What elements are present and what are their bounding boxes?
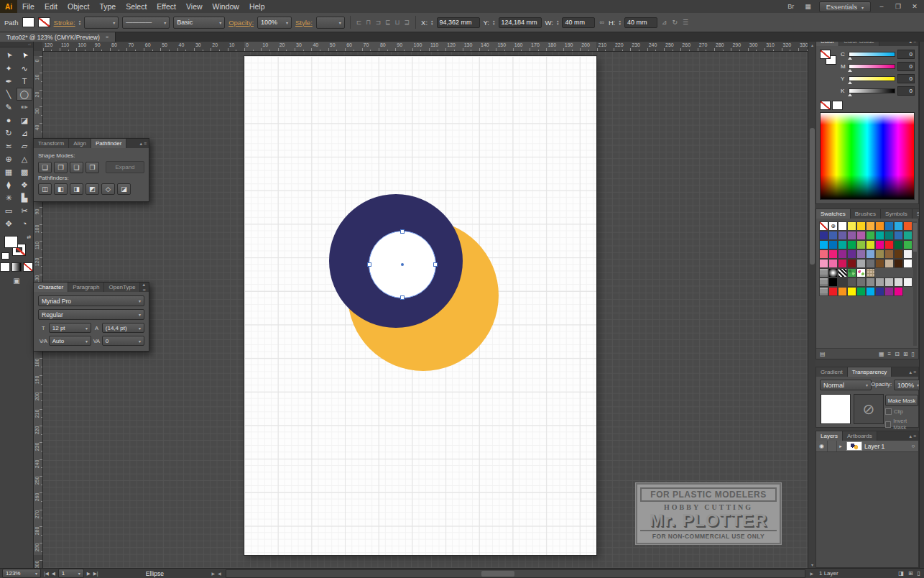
perspective-grid-tool[interactable]: △ xyxy=(17,152,32,165)
mesh-tool[interactable]: ▦ xyxy=(1,165,17,178)
workspace-switcher[interactable]: Essentials xyxy=(819,1,871,12)
swatch-color[interactable] xyxy=(866,249,875,259)
color-group-folder[interactable] xyxy=(819,277,828,287)
stroke-weight-dropdown[interactable] xyxy=(84,17,119,29)
swatch-color[interactable] xyxy=(828,287,838,296)
swatch-color[interactable] xyxy=(856,221,866,231)
swatch-color[interactable] xyxy=(875,259,884,268)
scroll-right-icon[interactable]: ▶ xyxy=(810,571,813,576)
pencil-tool[interactable]: ✏ xyxy=(17,101,32,114)
menu-object[interactable]: Object xyxy=(63,0,94,13)
visibility-eye-icon[interactable]: ◉ xyxy=(816,441,828,451)
swatch-color[interactable] xyxy=(856,231,866,240)
outline-button[interactable]: ◇ xyxy=(101,183,115,195)
column-graph-tool[interactable]: ▙ xyxy=(17,191,32,204)
swatch-color[interactable] xyxy=(838,221,847,231)
channel-slider-k[interactable] xyxy=(849,88,895,93)
brush-definition-dropdown[interactable]: Basic xyxy=(173,17,225,29)
swatch-color[interactable] xyxy=(866,240,875,249)
width-tool[interactable]: ≍ xyxy=(1,139,17,152)
ruler-origin-corner[interactable] xyxy=(33,42,43,52)
channel-value-y[interactable]: 0 xyxy=(897,74,915,83)
tab-swatches[interactable]: Swatches xyxy=(816,209,851,219)
swatch-color[interactable] xyxy=(838,259,847,268)
swatch-color[interactable] xyxy=(838,231,847,240)
blob-brush-tool[interactable]: ● xyxy=(1,114,17,127)
align-vertical-bottom-icon[interactable]: ⊒ xyxy=(404,19,411,26)
w-field[interactable]: 40 mm xyxy=(562,17,595,28)
color-spectrum[interactable] xyxy=(820,112,915,200)
gradient-tool[interactable]: ▩ xyxy=(17,165,32,178)
swatch-color[interactable] xyxy=(838,249,847,259)
opacity-dropdown[interactable]: 100% xyxy=(257,17,292,29)
swatch-color[interactable] xyxy=(866,231,875,240)
swatch-color[interactable] xyxy=(847,240,856,249)
menu-edit[interactable]: Edit xyxy=(40,0,63,13)
zoom-level-dropdown[interactable]: 123% xyxy=(2,569,41,578)
tab-layers[interactable]: Layers xyxy=(816,431,843,441)
swatch-color[interactable] xyxy=(903,259,913,268)
align-horizontal-left-icon[interactable]: ⊏ xyxy=(356,19,363,26)
eyedropper-tool[interactable]: ⧫ xyxy=(1,178,17,191)
swatch-color[interactable] xyxy=(894,259,903,268)
swatch-color[interactable] xyxy=(903,221,913,231)
swatch-color[interactable] xyxy=(847,231,856,240)
next-artboard-button[interactable]: ▶ xyxy=(87,571,91,577)
swatch-color[interactable] xyxy=(894,221,903,231)
swatch-color[interactable] xyxy=(828,249,838,259)
eraser-tool[interactable]: ◪ xyxy=(17,114,32,127)
rotate-icon[interactable]: ↻ xyxy=(671,19,678,26)
swatch-color[interactable] xyxy=(847,221,856,231)
delete-swatch-icon[interactable]: ▯ xyxy=(912,351,915,357)
expand-button[interactable]: Expand xyxy=(106,161,144,173)
h-stepper[interactable] xyxy=(619,19,621,25)
swatch-color[interactable] xyxy=(894,240,903,249)
clip-checkbox-row[interactable]: Clip xyxy=(885,408,903,415)
minus-back-button[interactable]: ◪ xyxy=(117,183,131,195)
stroke-link[interactable]: Stroke: xyxy=(54,19,75,27)
swatch-color[interactable] xyxy=(838,240,847,249)
anchor-point-right[interactable] xyxy=(433,262,438,267)
clip-checkbox[interactable] xyxy=(885,408,892,415)
menu-window[interactable]: Window xyxy=(208,0,244,13)
invert-mask-checkbox-row[interactable]: Invert Mask xyxy=(885,418,918,431)
paintbrush-tool[interactable]: ✎ xyxy=(1,101,17,114)
channel-value-k[interactable]: 0 xyxy=(897,86,915,96)
swatch-color[interactable] xyxy=(894,231,903,240)
swap-fill-stroke-icon[interactable]: ⇄ xyxy=(27,234,31,240)
tab-gradient[interactable]: Gradient xyxy=(816,367,848,377)
shape-builder-tool[interactable]: ⊕ xyxy=(1,152,17,165)
swatch-color[interactable] xyxy=(875,221,884,231)
expand-layer-icon[interactable]: ▸ xyxy=(837,444,844,449)
rotate-tool[interactable]: ↻ xyxy=(1,127,17,139)
swatch-color[interactable] xyxy=(903,277,913,287)
swatch-color[interactable] xyxy=(856,277,866,287)
new-swatch-icon[interactable]: ⊞ xyxy=(903,351,908,357)
swatch-color[interactable] xyxy=(866,259,875,268)
lock-toggle-cell[interactable] xyxy=(828,441,837,451)
horizontal-ruler[interactable]: 1201101009080706050403020100102030405060… xyxy=(42,42,808,52)
swatch-color[interactable] xyxy=(856,249,866,259)
leading-dropdown[interactable]: (14,4 pt) xyxy=(102,323,144,333)
free-transform-tool[interactable]: ▱ xyxy=(17,139,32,152)
font-size-dropdown[interactable]: 12 pt xyxy=(49,323,91,333)
align-vertical-center-icon[interactable]: ⊔ xyxy=(394,19,400,26)
swatch-color[interactable] xyxy=(903,240,913,249)
swatch-pattern-flowers[interactable] xyxy=(856,268,866,277)
panel-menu-icon[interactable]: ▴ ≡ xyxy=(137,139,149,148)
channel-value-m[interactable]: 0 xyxy=(897,62,915,71)
swatch-color[interactable] xyxy=(856,259,866,268)
panel-fill-stroke-control[interactable] xyxy=(820,50,838,67)
swatches-scrollbar[interactable] xyxy=(913,221,917,346)
menu-view[interactable]: View xyxy=(181,0,208,13)
tab-opentype[interactable]: OpenType xyxy=(104,283,140,292)
target-circle-icon[interactable]: ○ xyxy=(908,443,918,449)
tab-transform[interactable]: Transform xyxy=(34,139,69,148)
minimize-button[interactable]: – xyxy=(876,3,887,10)
swatch-color[interactable] xyxy=(819,240,828,249)
menu-help[interactable]: Help xyxy=(244,0,270,13)
restore-button[interactable]: ❐ xyxy=(892,3,904,10)
swatch-color[interactable] xyxy=(819,259,828,268)
vertical-scroll-thumb[interactable] xyxy=(810,128,815,265)
swatch-gradient[interactable] xyxy=(828,268,838,277)
